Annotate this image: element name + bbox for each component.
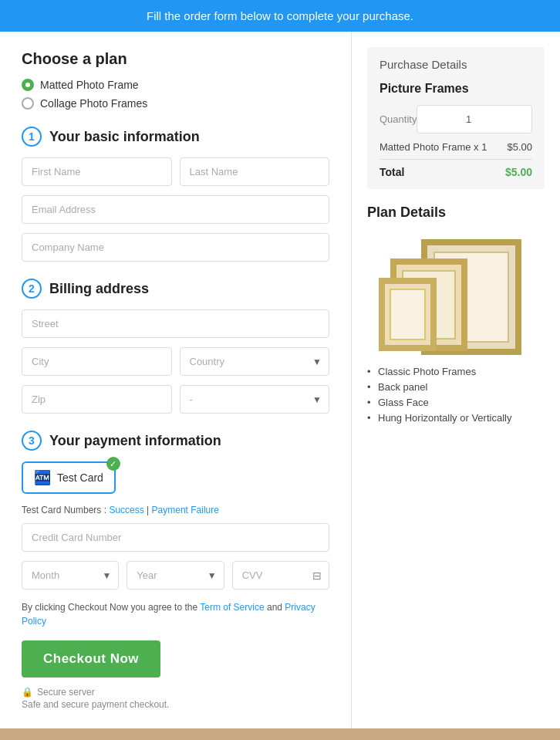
secure-info: 🔒 Secure server Safe and secure payment … bbox=[22, 687, 329, 710]
frame-small bbox=[379, 278, 437, 351]
cc-number-input[interactable] bbox=[22, 523, 329, 552]
email-input[interactable] bbox=[22, 195, 329, 224]
test-card-failure-link[interactable]: Payment Failure bbox=[152, 505, 219, 515]
quantity-row: Quantity bbox=[380, 105, 532, 133]
purchase-details-box: Purchase Details Picture Frames Quantity… bbox=[367, 47, 545, 189]
first-name-field bbox=[22, 157, 172, 186]
main-content: Choose a plan Matted Photo Frame Collage… bbox=[0, 32, 560, 728]
section2-header: 2 Billing address bbox=[22, 279, 329, 299]
feature-item-3: Glass Face bbox=[367, 397, 545, 408]
plan-option-matted[interactable]: Matted Photo Frame bbox=[22, 79, 329, 91]
terms-and: and bbox=[267, 602, 282, 613]
card-checkmark-icon: ✓ bbox=[106, 457, 120, 471]
total-amount: $5.00 bbox=[505, 166, 532, 178]
city-field bbox=[22, 347, 172, 376]
zip-input[interactable] bbox=[22, 385, 172, 414]
feature-item-4: Hung Horizontally or Vertically bbox=[367, 412, 545, 424]
banner-text: Fill the order form below to complete yo… bbox=[147, 9, 413, 22]
city-input[interactable] bbox=[22, 347, 172, 376]
last-name-input[interactable] bbox=[180, 157, 330, 186]
company-input[interactable] bbox=[22, 233, 329, 262]
section2-title: Billing address bbox=[49, 281, 149, 297]
country-select[interactable]: Country bbox=[180, 347, 330, 376]
card-label: Test Card bbox=[57, 471, 103, 484]
feature-item-2: Back panel bbox=[367, 381, 545, 393]
name-row bbox=[22, 157, 329, 186]
terms-of-service-link[interactable]: Term of Service bbox=[200, 602, 264, 613]
secure-server-text: Secure server bbox=[37, 687, 95, 698]
plan-details-title: Plan Details bbox=[367, 204, 545, 221]
terms-text: By clicking Checkout Now you agree to th… bbox=[22, 600, 329, 628]
year-wrapper: Year ▼ bbox=[127, 561, 224, 590]
state-select[interactable]: - bbox=[180, 385, 330, 414]
product-title: Picture Frames bbox=[380, 82, 532, 96]
quantity-label: Quantity bbox=[380, 113, 417, 125]
purchase-details-title: Purchase Details bbox=[380, 58, 532, 71]
card-option[interactable]: 🏧 Test Card ✓ bbox=[22, 461, 116, 494]
section3-title: Your payment information bbox=[49, 433, 221, 449]
state-wrapper: - ▼ bbox=[180, 385, 330, 414]
terms-prefix: By clicking Checkout Now you agree to th… bbox=[22, 602, 197, 613]
cc-number-wrapper bbox=[22, 523, 329, 552]
frames-image bbox=[367, 231, 537, 355]
email-field-wrapper bbox=[22, 195, 329, 224]
right-panel: Purchase Details Picture Frames Quantity… bbox=[352, 32, 560, 728]
cvv-wrapper: ⊟ bbox=[232, 561, 329, 590]
section2-number: 2 bbox=[22, 279, 42, 299]
section3-number: 3 bbox=[22, 431, 42, 451]
line-item-row: Matted Photo Frame x 1 $5.00 bbox=[380, 141, 532, 153]
choose-plan-title: Choose a plan bbox=[22, 50, 329, 68]
total-label: Total bbox=[380, 166, 404, 178]
company-field-wrapper bbox=[22, 233, 329, 262]
street-field-wrapper bbox=[22, 309, 329, 338]
test-card-success-link[interactable]: Success bbox=[109, 505, 143, 515]
total-divider bbox=[380, 159, 532, 160]
secure-checkout-text: Safe and secure payment checkout. bbox=[22, 699, 329, 710]
last-name-field bbox=[180, 157, 330, 186]
section1-number: 1 bbox=[22, 127, 42, 147]
feature-list: Classic Photo Frames Back panel Glass Fa… bbox=[367, 366, 545, 424]
lock-icon: 🔒 bbox=[22, 687, 33, 698]
zip-state-row: - ▼ bbox=[22, 385, 329, 414]
quantity-input[interactable] bbox=[417, 105, 532, 133]
country-wrapper: Country ▼ bbox=[180, 347, 330, 376]
page-wrapper: Fill the order form below to complete yo… bbox=[0, 0, 560, 740]
zip-field bbox=[22, 385, 172, 414]
top-banner: Fill the order form below to complete yo… bbox=[0, 0, 560, 32]
expiry-cvv-row: Month ▼ Year ▼ ⊟ bbox=[22, 561, 329, 590]
radio-collage[interactable] bbox=[22, 97, 34, 110]
first-name-input[interactable] bbox=[22, 157, 172, 186]
plan-option-matted-label: Matted Photo Frame bbox=[40, 79, 139, 91]
credit-card-icon: 🏧 bbox=[34, 469, 51, 486]
test-card-info: Test Card Numbers : Success | Payment Fa… bbox=[22, 505, 329, 515]
line-item-label: Matted Photo Frame x 1 bbox=[380, 141, 487, 153]
section3-header: 3 Your payment information bbox=[22, 431, 329, 451]
total-row: Total $5.00 bbox=[380, 166, 532, 178]
plan-option-collage[interactable]: Collage Photo Frames bbox=[22, 97, 329, 110]
secure-server-line: 🔒 Secure server bbox=[22, 687, 329, 698]
plan-option-collage-label: Collage Photo Frames bbox=[40, 97, 147, 110]
radio-matted[interactable] bbox=[22, 79, 34, 91]
section1-header: 1 Your basic information bbox=[22, 127, 329, 147]
frame-group bbox=[375, 235, 529, 355]
month-wrapper: Month ▼ bbox=[22, 561, 119, 590]
feature-item-1: Classic Photo Frames bbox=[367, 366, 545, 377]
month-select[interactable]: Month bbox=[22, 561, 119, 590]
test-card-label: Test Card Numbers : bbox=[22, 505, 106, 515]
line-item-price: $5.00 bbox=[507, 141, 532, 153]
year-select[interactable]: Year bbox=[127, 561, 224, 590]
choose-plan-section: Choose a plan Matted Photo Frame Collage… bbox=[22, 50, 329, 110]
cvv-card-icon: ⊟ bbox=[312, 569, 322, 582]
checkout-button[interactable]: Checkout Now bbox=[22, 640, 160, 677]
plan-details-section: Plan Details Classic Photo Frames Back p… bbox=[367, 204, 545, 424]
street-input[interactable] bbox=[22, 309, 329, 338]
section1-title: Your basic information bbox=[49, 129, 200, 145]
left-panel: Choose a plan Matted Photo Frame Collage… bbox=[0, 32, 352, 728]
city-country-row: Country ▼ bbox=[22, 347, 329, 376]
